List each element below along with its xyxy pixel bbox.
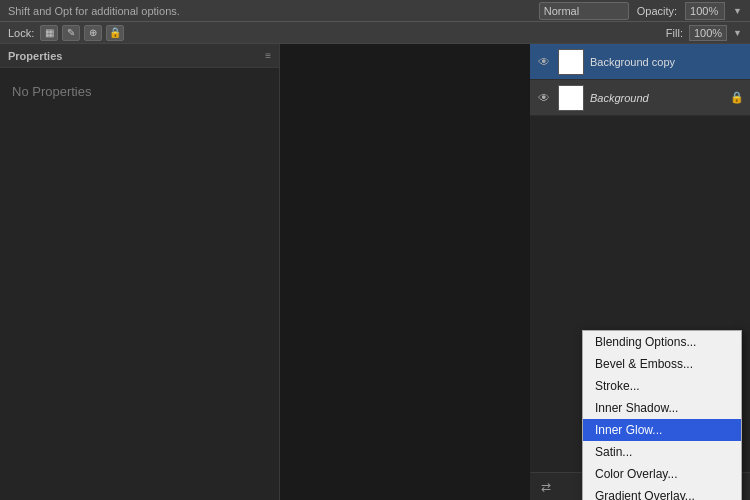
context-menu-inner-glow[interactable]: Inner Glow... [583, 419, 741, 441]
hint-text: Shift and Opt for additional options. [8, 5, 531, 17]
context-menu-stroke[interactable]: Stroke... [583, 375, 741, 397]
lock-icon-checker[interactable]: ▦ [40, 25, 58, 41]
fill-value[interactable]: 100% [689, 25, 727, 41]
no-properties-text: No Properties [0, 68, 279, 115]
lock-icons-group: ▦ ✎ ⊕ 🔒 [40, 25, 124, 41]
top-bar: Shift and Opt for additional options. No… [0, 0, 750, 22]
context-menu-inner-shadow[interactable]: Inner Shadow... [583, 397, 741, 419]
layer-item-background-copy[interactable]: 👁 Background copy [530, 44, 750, 80]
context-menu-blending-options[interactable]: Blending Options... [583, 331, 741, 353]
visibility-icon-background-copy[interactable]: 👁 [536, 54, 552, 70]
opacity-label: Opacity: [637, 5, 677, 17]
context-menu-gradient-overlay[interactable]: Gradient Overlay... [583, 485, 741, 500]
lock-row: Lock: ▦ ✎ ⊕ 🔒 Fill: 100% ▼ [0, 22, 750, 44]
layer-thumb-background [558, 85, 584, 111]
fill-label: Fill: [666, 27, 683, 39]
layer-thumb-background-copy [558, 49, 584, 75]
opacity-dropdown-arrow[interactable]: ▼ [733, 6, 742, 16]
context-menu: Blending Options... Bevel & Emboss... St… [582, 330, 742, 500]
context-menu-bevel-emboss[interactable]: Bevel & Emboss... [583, 353, 741, 375]
fill-dropdown-arrow[interactable]: ▼ [733, 28, 742, 38]
blend-mode-select[interactable]: Normal Dissolve Multiply Screen Overlay [539, 2, 629, 20]
context-menu-satin[interactable]: Satin... [583, 441, 741, 463]
link-layers-icon[interactable]: ⇄ [536, 477, 556, 497]
lock-icon-all[interactable]: 🔒 [106, 25, 124, 41]
layer-item-background[interactable]: 👁 Background 🔒 [530, 80, 750, 116]
layer-name-background: Background [590, 92, 724, 104]
canvas-area [280, 44, 530, 500]
lock-icon-background: 🔒 [730, 91, 744, 104]
properties-title: Properties [8, 50, 62, 62]
lock-label: Lock: [8, 27, 34, 39]
properties-menu-icon[interactable]: ≡ [265, 50, 271, 61]
layer-name-background-copy: Background copy [590, 56, 744, 68]
properties-header: Properties ≡ [0, 44, 279, 68]
properties-panel: Properties ≡ No Properties [0, 44, 280, 500]
lock-icon-move[interactable]: ⊕ [84, 25, 102, 41]
context-menu-color-overlay[interactable]: Color Overlay... [583, 463, 741, 485]
lock-icon-paint[interactable]: ✎ [62, 25, 80, 41]
visibility-icon-background[interactable]: 👁 [536, 90, 552, 106]
opacity-value[interactable]: 100% [685, 2, 725, 20]
